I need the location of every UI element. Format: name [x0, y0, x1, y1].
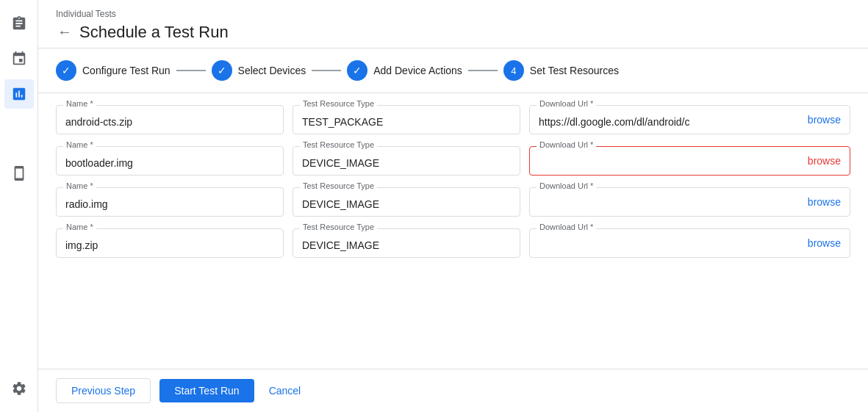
- resource-2-name-field: Name *: [56, 146, 284, 176]
- resource-3-type-input[interactable]: [293, 187, 520, 217]
- resource-3-type-field: Test Resource Type: [293, 187, 520, 217]
- sidebar-icon-settings[interactable]: [4, 374, 34, 403]
- resource-2-url-label: Download Url *: [537, 140, 596, 149]
- resource-1-browse-button[interactable]: browse: [799, 114, 850, 126]
- step-4-label: Set Test Resources: [530, 65, 619, 76]
- resource-3-name-input[interactable]: [56, 187, 284, 217]
- resource-2-browse-button[interactable]: browse: [799, 155, 850, 167]
- resource-1-type-input[interactable]: [293, 105, 520, 134]
- step-4-circle: 4: [503, 60, 524, 81]
- resource-4-url-field: Download Url * browse: [529, 228, 850, 258]
- resource-4-type-field: Test Resource Type: [293, 228, 520, 258]
- resource-1-name-input[interactable]: [56, 105, 284, 134]
- resource-row-2: Name * Test Resource Type Download Url *…: [56, 146, 850, 176]
- step-connector-3: [468, 70, 498, 71]
- resource-3-url-input[interactable]: [530, 188, 799, 216]
- resource-2-name-input[interactable]: [56, 146, 284, 176]
- resource-1-url-wrapper: browse: [529, 105, 850, 134]
- resource-4-type-input[interactable]: [293, 228, 520, 258]
- main-content: Individual Tests ← Schedule a Test Run C…: [38, 0, 868, 412]
- resource-4-url-input[interactable]: [530, 229, 799, 257]
- resource-3-url-wrapper: browse: [529, 187, 850, 217]
- resource-1-url-input[interactable]: [530, 106, 799, 134]
- resource-3-type-label: Test Resource Type: [300, 181, 377, 190]
- resource-4-url-wrapper: browse: [529, 228, 850, 258]
- sidebar: [0, 0, 38, 412]
- sidebar-icon-clipboard[interactable]: [4, 9, 34, 38]
- step-4: 4 Set Test Resources: [503, 60, 619, 81]
- step-1-label: Configure Test Run: [82, 65, 171, 76]
- resource-1-name-label: Name *: [63, 99, 96, 108]
- sidebar-icon-chart[interactable]: [4, 79, 34, 109]
- resource-1-type-field: Test Resource Type: [293, 105, 520, 134]
- resource-4-type-label: Test Resource Type: [300, 223, 377, 231]
- resource-1-url-field: Download Url * browse: [529, 105, 850, 134]
- resource-1-type-label: Test Resource Type: [300, 99, 377, 108]
- start-test-run-button[interactable]: Start Test Run: [159, 379, 254, 402]
- resource-2-url-input[interactable]: [530, 147, 799, 175]
- step-connector-2: [312, 70, 341, 71]
- breadcrumb: Individual Tests: [56, 9, 850, 19]
- resource-3-name-field: Name *: [56, 187, 284, 217]
- step-2-label: Select Devices: [238, 65, 306, 76]
- content-area: Name * Test Resource Type Download Url *…: [38, 93, 868, 369]
- step-3-circle: [347, 60, 367, 81]
- resource-4-name-field: Name *: [56, 228, 284, 258]
- resource-3-name-label: Name *: [63, 181, 96, 190]
- sidebar-icon-phone[interactable]: [4, 159, 34, 188]
- step-1-circle: [56, 60, 76, 81]
- resource-2-url-field: Download Url * browse: [529, 146, 850, 176]
- resource-2-type-field: Test Resource Type: [293, 146, 520, 176]
- resource-2-type-label: Test Resource Type: [300, 140, 377, 149]
- resource-4-browse-button[interactable]: browse: [799, 237, 850, 249]
- step-1: Configure Test Run: [56, 60, 171, 81]
- step-3-label: Add Device Actions: [373, 65, 462, 76]
- resource-2-url-wrapper: browse: [529, 146, 850, 176]
- resource-row-3: Name * Test Resource Type Download Url *…: [56, 187, 850, 217]
- resource-1-name-field: Name *: [56, 105, 284, 134]
- footer: Previous Step Start Test Run Cancel: [38, 369, 868, 412]
- resource-1-url-label: Download Url *: [537, 99, 596, 108]
- resource-4-url-label: Download Url *: [537, 223, 596, 231]
- sidebar-icon-calendar[interactable]: [4, 44, 34, 73]
- step-connector-1: [176, 70, 206, 71]
- previous-step-button[interactable]: Previous Step: [56, 378, 151, 403]
- back-button[interactable]: ←: [56, 22, 73, 42]
- page-title: Schedule a Test Run: [79, 23, 229, 42]
- resource-2-type-input[interactable]: [293, 146, 520, 176]
- step-2-circle: [212, 60, 232, 81]
- step-3: Add Device Actions: [347, 60, 462, 81]
- header: Individual Tests ← Schedule a Test Run: [38, 0, 868, 48]
- resource-3-url-field: Download Url * browse: [529, 187, 850, 217]
- cancel-button[interactable]: Cancel: [263, 379, 307, 402]
- steps-bar: Configure Test Run Select Devices Add De…: [38, 48, 868, 93]
- resource-4-name-label: Name *: [63, 223, 96, 231]
- resource-row-1: Name * Test Resource Type Download Url *…: [56, 105, 850, 134]
- resource-3-browse-button[interactable]: browse: [799, 196, 850, 208]
- resource-2-name-label: Name *: [63, 140, 96, 149]
- resource-row-4: Name * Test Resource Type Download Url *…: [56, 228, 850, 258]
- resource-3-url-label: Download Url *: [537, 181, 596, 190]
- step-2: Select Devices: [212, 60, 306, 81]
- resource-4-name-input[interactable]: [56, 228, 284, 258]
